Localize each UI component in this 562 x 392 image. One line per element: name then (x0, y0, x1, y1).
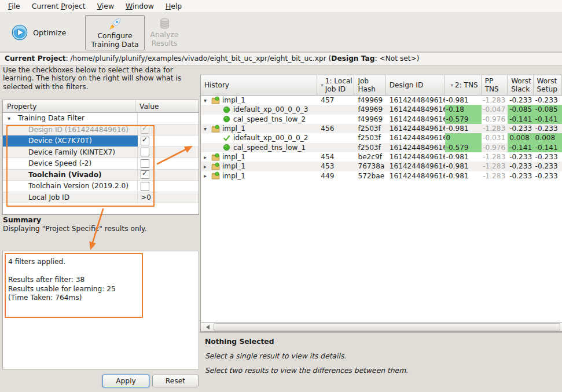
history-row-cal-speed-tns-low-2-2[interactable]: cal_speed_tns_low_2f499691614244849616-0… (201, 115, 562, 124)
history-row-cal-speed-tns-low-1-5[interactable]: cal_speed_tns_low_1f2503f1614244849616-0… (201, 143, 562, 152)
history-column-1-local-job-id[interactable]: ▾1: Local Job ID (317, 75, 354, 95)
application-window: FileCurrent ProjectViewWindowHelp Optimi… (0, 0, 562, 392)
result-name: impl_1 (222, 96, 245, 104)
filter-row-toolchain-version-2019-2-0[interactable]: Toolchain Version (2019.2.0) (3, 181, 199, 192)
history-cell-job-id (317, 143, 354, 152)
tree-expander-icon[interactable]: ▸ (204, 163, 211, 170)
job-folder-icon (211, 153, 220, 162)
apply-button[interactable]: Apply (102, 375, 149, 387)
history-name-cell: ▾impl_1 (201, 96, 317, 105)
menu-item-current-project[interactable]: Current Project (26, 1, 91, 12)
result-name: idefault_xp_00_0_0_2 (233, 134, 308, 142)
history-cell-tns: -0.981 (445, 152, 482, 162)
history-cell-worst-slack: -0.141 (508, 143, 533, 152)
history-cell-tns: -0.18 (445, 105, 482, 114)
result-name: impl_1 (222, 124, 245, 133)
history-cell-hash: f49969 (355, 96, 386, 105)
history-row-impl-1-0[interactable]: ▾impl_1457f499691614244849616-0.981-1.28… (201, 96, 562, 105)
history-cell-worst-slack: -0.233 (508, 152, 533, 162)
history-cell-pp-tns: -1.283 (482, 152, 508, 162)
scroll-left-arrow-icon[interactable] (204, 325, 210, 329)
history-column-2-tns[interactable]: ▾2: TNS (445, 75, 481, 95)
menu-bar: FileCurrent ProjectViewWindowHelp (0, 0, 562, 13)
history-cell-hash: f49969 (355, 105, 386, 114)
history-row-impl-1-6[interactable]: ▸impl_1454be2c9f1614244849616-0.981-1.28… (201, 152, 562, 162)
filter-row-device-speed-2[interactable]: Device Speed (-2) (3, 158, 199, 170)
tree-expander-icon[interactable]: ▸ (204, 154, 211, 160)
filter-group-row[interactable]: ▾ Training Data Filter (3, 113, 199, 124)
column-value[interactable]: Value (135, 100, 199, 112)
history-column-pp-tns[interactable]: PP TNS (482, 75, 508, 95)
menu-item-window[interactable]: Window (120, 1, 160, 12)
history-cell-worst-setup: -0.141 (534, 143, 562, 152)
history-cell-worst-setup: -0.233 (534, 96, 562, 105)
filter-row-device-family-kintex7[interactable]: Device Family (KINTEX7) (3, 147, 199, 159)
analyze-results-button[interactable]: Analyze Results (145, 15, 183, 49)
sort-indicator-icon: ▾ (450, 82, 453, 89)
sort-indicator-icon: ▾ (321, 82, 324, 89)
history-cell-job-id: 453 (317, 162, 354, 171)
summary-subtitle: Displaying "Project Specific" results on… (3, 225, 146, 233)
history-name-cell: cal_speed_tns_low_2 (201, 115, 317, 124)
filter-row-local-job-id[interactable]: Local Job ID>0 (3, 192, 199, 204)
checkbox-design-id-1614244849616[interactable] (141, 125, 149, 134)
history-name-cell: ▾impl_1 (201, 124, 317, 133)
history-cell-worst-setup: 0.008 (534, 133, 562, 142)
history-cell-worst-slack: -0.141 (508, 115, 533, 124)
checkbox-device-family-kintex7[interactable] (141, 148, 149, 156)
history-cell-hash: f2503f (355, 124, 386, 133)
history-column-worst-setup[interactable]: Worst Setup (534, 75, 562, 95)
filter-row-design-id-1614244849616[interactable]: Design ID (1614244849616) (3, 124, 199, 136)
history-column-job-hash[interactable]: Job Hash (354, 75, 385, 95)
details-hint-single: Select a single result to view its detai… (205, 352, 562, 360)
scrollbar-thumb[interactable] (214, 323, 560, 331)
reset-button[interactable]: Reset (152, 375, 199, 387)
project-bar-segment-3: : <Not set>) (374, 54, 419, 63)
history-column-worst-slack[interactable]: Worst Slack (508, 75, 533, 95)
history-column-design-id[interactable]: Design ID (386, 75, 445, 95)
checkbox-toolchain-vivado[interactable] (141, 170, 149, 179)
result-circle-icon (223, 144, 230, 151)
history-row-idefault-xp-00-0-0-3-1[interactable]: idefault_xp_00_0_0_3f499691614244849616-… (201, 105, 562, 114)
checkbox-toolchain-version-2019-2-0[interactable] (141, 182, 149, 190)
filter-row-toolchain-vivado[interactable]: Toolchain (Vivado) (3, 170, 199, 181)
menu-item-file[interactable]: File (2, 1, 26, 12)
history-row-impl-1-8[interactable]: ▸impl_1449572bae1614244849616-0.981-1.28… (201, 171, 562, 181)
history-cell-hash: 76738a (355, 162, 386, 171)
history-cell-tns: -0.981 (445, 124, 482, 133)
filter-row-label: Local Job ID (3, 192, 138, 203)
filter-row-value: >0 (138, 192, 199, 203)
history-column-history[interactable]: History (201, 75, 317, 95)
rocket-icon (108, 17, 122, 31)
history-row-impl-1-3[interactable]: ▾impl_1456f2503f1614244849616-0.981-1.28… (201, 124, 562, 133)
tree-expander-icon[interactable]: ▾ (204, 97, 211, 104)
configure-training-data-button[interactable]: Configure Training Data (85, 15, 145, 50)
column-property[interactable]: Property (3, 100, 135, 112)
history-cell-worst-setup: -0.141 (534, 115, 562, 124)
history-cell-design-id: 1614244849616 (386, 143, 445, 152)
history-cell-tns: -0.981 (445, 162, 482, 171)
history-row-idefault-xp-00-0-0-2-4[interactable]: idefault_xp_00_0_0_2f2503f16142448496160… (201, 133, 562, 142)
filter-row-label: Device Speed (-2) (3, 158, 138, 169)
horizontal-scrollbar[interactable] (200, 322, 562, 332)
checkbox-device-xc7k70t[interactable] (141, 137, 149, 145)
filter-row-label: Device Family (KINTEX7) (3, 147, 138, 158)
history-cell-pp-tns: -1.283 (482, 96, 508, 105)
menu-item-help[interactable]: Help (160, 1, 188, 12)
menu-item-view[interactable]: View (91, 1, 120, 12)
checkbox-device-speed-2[interactable] (141, 159, 149, 168)
filter-row-device-xc7k70t[interactable]: Device (XC7K70T) (3, 135, 199, 147)
history-cell-job-id: 454 (317, 152, 354, 162)
history-cell-hash: 572bae (355, 171, 386, 181)
history-cell-worst-setup: -0.233 (534, 124, 562, 133)
collapse-expander-icon[interactable]: ▾ (8, 115, 14, 122)
tree-expander-icon[interactable]: ▸ (204, 173, 211, 179)
filter-row-value (138, 124, 199, 135)
history-cell-design-id: 1614244849616 (386, 105, 445, 114)
project-bar-segment-2: Design Tag (331, 54, 374, 63)
optimize-button[interactable]: Optimize (7, 17, 71, 47)
history-cell-tns: -0.981 (445, 171, 482, 181)
tree-expander-icon[interactable]: ▾ (204, 126, 211, 132)
history-row-impl-1-7[interactable]: ▸impl_145376738a1614244849616-0.981-1.28… (201, 162, 562, 171)
details-panel: Nothing Selected Select a single result … (200, 332, 562, 392)
